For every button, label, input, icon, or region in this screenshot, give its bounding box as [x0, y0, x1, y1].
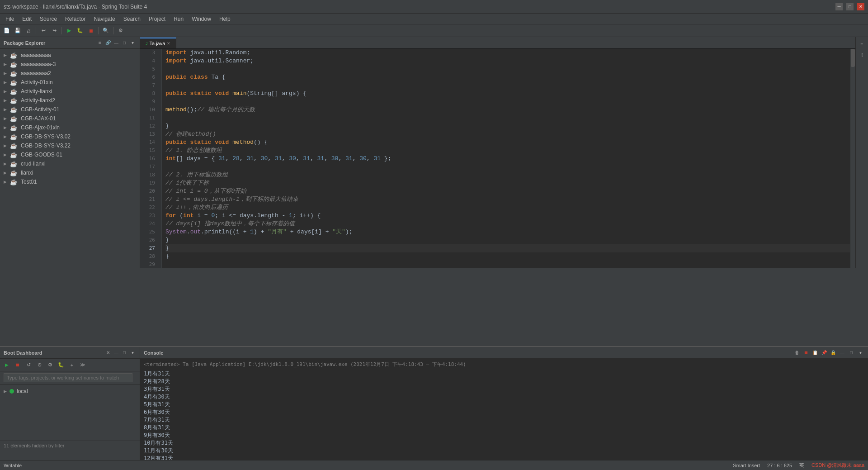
boot-open-button[interactable]: ⊙ [34, 360, 44, 370]
console-pin-button[interactable]: 📌 [820, 349, 828, 357]
code-lines[interactable]: import java.util.Random;import java.util… [162, 49, 850, 268]
tab-close-icon[interactable]: ✕ [167, 41, 170, 46]
tree-expand-icon[interactable]: ▶ [4, 80, 8, 85]
code-line-3[interactable]: import java.util.Random; [165, 49, 850, 57]
tree-item-cgb-activity-01[interactable]: ▶☕CGB-Activity-01 [0, 105, 140, 114]
tree-item-aaaaaaaaaa[interactable]: ▶☕aaaaaaaaaa [0, 51, 140, 60]
tree-expand-icon[interactable]: ▶ [4, 89, 8, 94]
boot-menu-button[interactable]: ▾ [129, 349, 136, 356]
code-line-26[interactable]: } [165, 236, 850, 244]
boot-debug-button[interactable]: 🐛 [56, 360, 66, 370]
tree-expand-icon[interactable]: ▶ [4, 161, 8, 166]
tree-item-crud-lianxi[interactable]: ▶☕crud-lianxi [0, 159, 140, 168]
tree-item-lianxi[interactable]: ▶☕lianxi [0, 168, 140, 177]
console-menu-button[interactable]: ▾ [856, 349, 864, 357]
code-line-17[interactable] [165, 163, 850, 171]
tree-item-cgb-db-sys-v3-02[interactable]: ▶☕CGB-DB-SYS-V3.02 [0, 132, 140, 141]
code-line-28[interactable]: } [165, 252, 850, 261]
code-line-9[interactable] [165, 98, 850, 106]
minimize-panel-button[interactable]: — [113, 39, 120, 47]
menu-search[interactable]: Search [120, 15, 144, 23]
tree-item-activity-01xin[interactable]: ▶☕Activity-01xin [0, 78, 140, 87]
tree-expand-icon[interactable]: ▶ [4, 152, 8, 157]
boot-more-button[interactable]: ≫ [78, 360, 88, 370]
code-line-10[interactable]: method();// 输出每个月的天数 [165, 106, 850, 114]
boot-restart-button[interactable]: ↺ [24, 360, 33, 370]
tree-expand-icon[interactable]: ▶ [4, 171, 8, 175]
tree-expand-icon[interactable]: ▶ [4, 62, 8, 66]
code-line-12[interactable]: } [165, 122, 850, 130]
tab-ta-java[interactable]: J Ta.java ✕ [140, 38, 176, 48]
debug-button[interactable]: 🐛 [75, 26, 85, 36]
code-line-8[interactable]: public static void main(String[] args) { [165, 90, 850, 98]
editor-content[interactable]: 3456789101112131415161718192021222324252… [140, 49, 855, 268]
tree-expand-icon[interactable]: ▶ [4, 125, 8, 130]
code-line-25[interactable]: System.out.println((i + 1) + "月有" + days… [165, 228, 850, 236]
boot-add-button[interactable]: + [67, 360, 77, 370]
code-line-21[interactable]: // i <= days.length-1，到下标的最大值结束 [165, 195, 850, 204]
code-line-27[interactable]: } [165, 244, 850, 252]
boot-settings-button[interactable]: ⚙ [45, 360, 55, 370]
code-line-19[interactable]: // i代表了下标 [165, 179, 850, 187]
code-line-6[interactable]: public class Ta { [165, 73, 850, 81]
scrollbar-thumb[interactable] [851, 49, 855, 67]
close-button[interactable]: ✕ [857, 3, 864, 10]
link-editor-button[interactable]: 🔗 [104, 39, 112, 47]
tree-expand-icon[interactable]: ▶ [4, 53, 8, 57]
menu-help[interactable]: Help [216, 15, 234, 23]
code-line-11[interactable] [165, 114, 850, 122]
code-line-18[interactable]: // 2. 用下标遍历数组 [165, 171, 850, 179]
boot-search-input[interactable] [4, 373, 132, 382]
code-line-4[interactable]: import java.util.Scanner; [165, 57, 850, 65]
right-panel-btn-2[interactable]: ⇧ [857, 50, 867, 60]
code-line-16[interactable]: int[] days = { 31, 28, 31, 30, 31, 30, 3… [165, 155, 850, 163]
right-panel-btn-1[interactable]: ≡ [857, 39, 867, 49]
tree-expand-icon[interactable]: ▶ [4, 180, 8, 184]
menu-project[interactable]: Project [145, 15, 169, 23]
tree-item-aaaaaaaaa2[interactable]: ▶☕aaaaaaaaa2 [0, 69, 140, 78]
menu-file[interactable]: File [2, 15, 18, 23]
settings-button[interactable]: ⚙ [116, 26, 126, 36]
menu-refactor[interactable]: Refactor [61, 15, 89, 23]
menu-window[interactable]: Window [188, 15, 215, 23]
tree-item-cgb-db-sys-v3-22[interactable]: ▶☕CGB-DB-SYS-V3.22 [0, 141, 140, 150]
code-line-5[interactable] [165, 65, 850, 73]
console-copy-button[interactable]: 📋 [811, 349, 819, 357]
console-minimize-button[interactable]: — [838, 349, 846, 357]
code-line-29[interactable] [165, 261, 850, 268]
boot-close-button[interactable]: ✕ [104, 349, 112, 356]
new-button[interactable]: 📄 [2, 26, 12, 36]
print-button[interactable]: 🖨 [24, 26, 33, 36]
save-button[interactable]: 💾 [13, 26, 23, 36]
code-line-24[interactable]: // days[i] 指days数组中，每个下标存着的值 [165, 220, 850, 228]
code-line-20[interactable]: // int i = 0，从下标0开始 [165, 187, 850, 195]
search-toolbar-button[interactable]: 🔍 [101, 26, 111, 36]
undo-button[interactable]: ↩ [38, 26, 48, 36]
menu-source[interactable]: Source [36, 15, 61, 23]
code-line-13[interactable]: // 创建method() [165, 130, 850, 138]
view-menu-button[interactable]: ▾ [129, 39, 136, 47]
code-line-22[interactable]: // i++，依次向后遍历 [165, 204, 850, 212]
maximize-panel-button[interactable]: □ [121, 39, 128, 47]
tree-expand-icon[interactable]: ▶ [4, 98, 8, 103]
boot-stop-button[interactable]: ⏹ [13, 360, 23, 370]
redo-button[interactable]: ↪ [49, 26, 59, 36]
tree-item-aaaaaaaaaa-3[interactable]: ▶☕aaaaaaaaaa-3 [0, 60, 140, 69]
menu-edit[interactable]: Edit [19, 15, 35, 23]
editor-scrollbar[interactable] [850, 49, 855, 268]
stop-button[interactable]: ⏹ [86, 26, 96, 36]
code-line-14[interactable]: public static void method() { [165, 138, 850, 147]
boot-local-item[interactable]: ▶ local [4, 386, 136, 396]
tree-item-cgb-goods-01[interactable]: ▶☕CGB-GOODS-01 [0, 150, 140, 159]
maximize-button[interactable]: □ [846, 3, 854, 10]
menu-run[interactable]: Run [170, 15, 187, 23]
console-scroll-lock-button[interactable]: 🔒 [829, 349, 837, 357]
run-button[interactable]: ▶ [64, 26, 74, 36]
tree-expand-icon[interactable]: ▶ [4, 143, 8, 148]
tree-expand-icon[interactable]: ▶ [4, 107, 8, 112]
code-line-23[interactable]: for (int i = 0; i <= days.length - 1; i+… [165, 212, 850, 220]
console-stop-button[interactable]: ⏹ [802, 349, 810, 357]
tree-item-test01[interactable]: ▶☕Test01 [0, 177, 140, 186]
boot-start-button[interactable]: ▶ [2, 360, 12, 370]
tree-item-cgb-ajax-01xin[interactable]: ▶☕CGB-Ajax-01xin [0, 123, 140, 132]
